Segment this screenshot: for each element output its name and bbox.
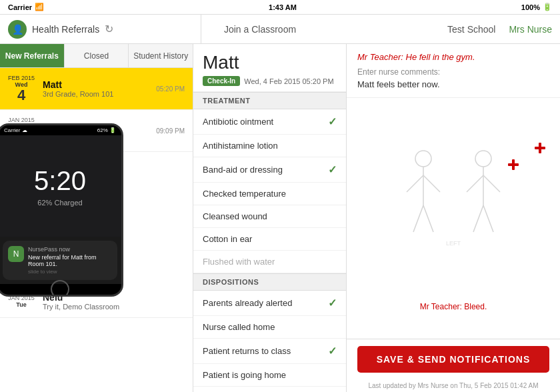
phone-screen: 5:20 62% Charged [0, 135, 121, 237]
top-nav: 👤 Health Referrals ↻ Join a Classroom Te… [0, 15, 560, 44]
disposition-item[interactable]: Nurse called home [193, 316, 346, 339]
detail-panel: Matt Check-In Wed, 4 Feb 2015 05:20 PM T… [193, 44, 347, 392]
phone-home-bar [0, 284, 121, 295]
checkin-badge: Check-In [203, 76, 240, 86]
disposition-item[interactable]: Patient returns to class ✓ [193, 339, 346, 364]
referral-time: 09:09 PM [156, 127, 185, 135]
treatment-item[interactable]: Cotton in ear [193, 228, 346, 251]
phone-charge: 62% Charged [37, 199, 82, 207]
disposition-item[interactable]: Parents already alerted ✓ [193, 291, 346, 316]
list-item[interactable]: Feb 2015 Wed 4 Matt 3rd Grade, Room 101 … [0, 68, 193, 110]
join-classroom-button[interactable]: Join a Classroom [201, 24, 319, 35]
svg-line-3 [423, 175, 440, 192]
svg-line-9 [483, 175, 500, 192]
date-block: Feb 2015 Wed 4 [8, 75, 35, 103]
phone-home-button[interactable] [51, 280, 69, 297]
svg-text:LEFT: LEFT [446, 240, 461, 247]
patient-name: Matt [203, 52, 337, 73]
referral-detail: Try it, Demo Classroom [43, 303, 185, 311]
treatment-label: Flushed with water [203, 257, 275, 267]
status-time: 1:43 AM [269, 3, 297, 11]
tab-student-history[interactable]: Student History [129, 44, 193, 67]
treatment-label: Checked temperature [203, 189, 286, 199]
treatment-item[interactable]: Cleansed wound [193, 205, 346, 228]
phone-notification: N NursePass now New referral for Matt fr… [3, 241, 117, 280]
svg-rect-14 [508, 163, 519, 166]
date-day-name: Tue [16, 301, 26, 308]
date-num: 4 [17, 88, 25, 103]
sidebar: New Referrals Closed Student History Feb… [0, 44, 193, 392]
phone-carrier: Carrier ☁ [4, 127, 27, 133]
injury-marker-shoulder [533, 141, 547, 157]
disposition-label: Nurse called home [203, 322, 275, 332]
treatment-item[interactable]: Antibiotic ointment ✓ [193, 109, 346, 135]
svg-line-10 [473, 205, 483, 232]
svg-point-0 [415, 151, 431, 167]
right-panel: Mr Teacher: He fell in the gym. Enter nu… [347, 44, 560, 392]
nurse-name: Mrs Nurse [509, 24, 552, 35]
treatment-item[interactable]: Flushed with water [193, 251, 346, 273]
referral-name: Matt [43, 79, 156, 90]
disposition-label: Parents already alerted [203, 298, 292, 308]
treatment-item[interactable]: Antihistamine lotion [193, 135, 346, 157]
status-bar-right: 100% 🔋 [521, 3, 552, 11]
svg-line-8 [467, 175, 483, 192]
sidebar-tabs: New Referrals Closed Student History [0, 44, 193, 68]
dispositions-header: DISPOSITIONS [193, 273, 346, 291]
sidebar-list: Feb 2015 Wed 4 Matt 3rd Grade, Room 101 … [0, 68, 193, 392]
save-notifications-button[interactable]: SAVE & SEND NOTIFICATIONS [357, 346, 549, 373]
refresh-button[interactable]: ↻ [105, 23, 113, 35]
referral-time: 05:20 PM [156, 85, 185, 93]
last-updated: Last updated by Mrs Nurse on Thu, 5 Feb … [347, 379, 560, 392]
referral-info: Matt 3rd Grade, Room 101 [43, 79, 156, 98]
check-icon: ✓ [328, 345, 337, 357]
svg-line-5 [423, 205, 433, 232]
nurse-comment-text: Matt feels better now. [357, 79, 549, 89]
check-icon: ✓ [328, 115, 337, 128]
phone-time: 5:20 [34, 166, 86, 196]
user-icon: 👤 [8, 20, 27, 39]
phone-notif-message: New referral for Matt from Room 101. [28, 254, 112, 267]
check-icon: ✓ [328, 163, 337, 176]
app-title: Health Referrals [32, 24, 99, 35]
body-diagram-svg: LEFT [387, 145, 520, 292]
top-nav-right: Test School Mrs Nurse [319, 24, 552, 35]
status-bar: Carrier 📶 1:43 AM 100% 🔋 [0, 0, 560, 15]
phone-overlay: Carrier ☁ 62% 🔋 5:20 62% Charged N Nurse… [0, 123, 123, 297]
tab-closed[interactable]: Closed [65, 44, 129, 67]
svg-line-2 [407, 175, 423, 192]
injury-cross-icon [507, 158, 520, 171]
svg-rect-16 [535, 147, 545, 149]
check-icon: ✓ [328, 297, 337, 309]
phone-status-bar: Carrier ☁ 62% 🔋 [0, 125, 121, 135]
treatment-label: Cleansed wound [203, 211, 267, 221]
treatment-label: Cotton in ear [203, 234, 252, 244]
comments-section: Mr Teacher: He fell in the gym. Enter nu… [347, 44, 560, 98]
svg-point-6 [475, 151, 491, 167]
save-btn-area: SAVE & SEND NOTIFICATIONS [347, 339, 560, 379]
injury-cross-icon-2 [533, 141, 547, 155]
disposition-label: Patient returns to class [203, 346, 291, 356]
date-block: Jan 2015 Tue [8, 295, 35, 308]
status-bar-left: Carrier 📶 [8, 3, 44, 11]
list-item[interactable]: Jan 2015 Fri 30 Matt Try it, Demo Classr… [0, 110, 193, 152]
nurse-comments-label: Enter nurse comments: [357, 67, 549, 77]
teacher-comment: Mr Teacher: He fell in the gym. [357, 52, 549, 62]
treatment-item[interactable]: Checked temperature [193, 183, 346, 205]
treatment-header: TREATMENT [193, 92, 346, 109]
nursepass-icon: N [8, 246, 24, 262]
phone-notif-slide: slide to view [28, 269, 112, 275]
phone-notif-app: NursePass now [28, 246, 112, 253]
detail-body: TREATMENT Antibiotic ointment ✓ Antihist… [193, 92, 346, 392]
disposition-item[interactable]: Patient is going home [193, 364, 346, 387]
injury-marker-chest [507, 158, 520, 174]
svg-line-11 [483, 205, 493, 232]
wifi-icon: 📶 [35, 3, 44, 11]
treatment-item[interactable]: Band-aid or dressing ✓ [193, 157, 346, 183]
tab-new-referrals[interactable]: New Referrals [0, 44, 65, 67]
phone-battery: 62% 🔋 [97, 127, 116, 133]
referral-detail: 3rd Grade, Room 101 [43, 90, 156, 98]
phone-notif-content: NursePass now New referral for Matt from… [28, 246, 112, 275]
main-content: New Referrals Closed Student History Feb… [0, 44, 560, 392]
treatment-label: Antihistamine lotion [203, 141, 278, 151]
